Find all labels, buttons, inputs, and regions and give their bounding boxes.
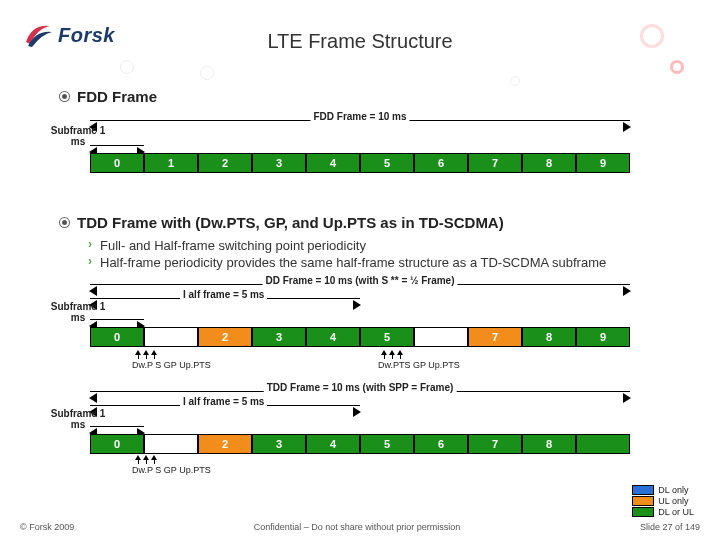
- page-title: LTE Frame Structure: [0, 30, 720, 53]
- cell: 9: [576, 153, 630, 173]
- cell: 8: [522, 327, 576, 347]
- fdd-heading: FDD Frame: [60, 88, 660, 105]
- cell: 7: [468, 327, 522, 347]
- cell: 9: [576, 327, 630, 347]
- legend: DL only UL only DL or UL: [632, 484, 694, 518]
- cell: 2: [198, 327, 252, 347]
- cell: 2: [198, 434, 252, 454]
- subframe-arrow: [90, 145, 144, 146]
- bullet-icon: [60, 218, 69, 227]
- cell: 8: [522, 153, 576, 173]
- section-tdd: TDD Frame with (Dw.PTS, GP, and Up.PTS a…: [60, 214, 660, 467]
- fdd-cells: 0 1 2 3 4 5 6 7 8 9: [90, 153, 630, 173]
- section-fdd: FDD Frame FDD Frame = 10 ms Subframe 1 m…: [60, 88, 660, 173]
- tdd-bullets: ›Full- and Half-frame switching point pe…: [88, 237, 660, 271]
- tdd-diagram-a: DD Frame = 10 ms (with S ** = ½ Frame) I…: [90, 277, 630, 362]
- cell: 4: [306, 153, 360, 173]
- pts-labels: Dw.P S GP Up.PTS: [136, 457, 630, 467]
- cell: 5: [360, 434, 414, 454]
- cell: 3: [252, 153, 306, 173]
- cell: 3: [252, 434, 306, 454]
- chevron-icon: ›: [88, 255, 92, 270]
- cell: 8: [522, 434, 576, 454]
- cell: 0: [90, 327, 144, 347]
- cell: 6: [414, 153, 468, 173]
- cell: 1: [144, 153, 198, 173]
- cell: 6: [414, 434, 468, 454]
- confidential-note: Confidential – Do not share without prio…: [254, 522, 461, 532]
- tdd-diagram-b: TDD Frame = 10 ms (with SPP = Frame) I a…: [90, 384, 630, 467]
- copyright: © Forsk 2009: [20, 522, 74, 532]
- cell: 0: [90, 434, 144, 454]
- cell: 0: [90, 153, 144, 173]
- subframe-label: Subframe 1 ms: [50, 125, 106, 147]
- cell: 4: [306, 327, 360, 347]
- bullet-icon: [60, 92, 69, 101]
- cell: [576, 434, 630, 454]
- cell: 5: [360, 327, 414, 347]
- chevron-icon: ›: [88, 238, 92, 253]
- cell: 2: [198, 153, 252, 173]
- tdd-a-cells: 0 2 3 4 5 7 8 9: [90, 327, 630, 347]
- footer: © Forsk 2009 Confidential – Do not share…: [0, 522, 720, 532]
- slide-number: Slide 27 of 149: [640, 522, 700, 532]
- pts-labels: Dw.PTS GP Up.PTS: [382, 352, 404, 362]
- cell: 7: [468, 434, 522, 454]
- cell: 3: [252, 327, 306, 347]
- frame-label: FDD Frame = 10 ms: [310, 111, 409, 122]
- cell: 7: [468, 153, 522, 173]
- pts-labels: Dw.P S GP Up.PTS: [136, 352, 158, 362]
- tdd-heading: TDD Frame with (Dw.PTS, GP, and Up.PTS a…: [60, 214, 660, 231]
- tdd-b-cells: 0 2 3 4 5 6 7 8: [90, 434, 630, 454]
- cell: 5: [360, 153, 414, 173]
- cell: 4: [306, 434, 360, 454]
